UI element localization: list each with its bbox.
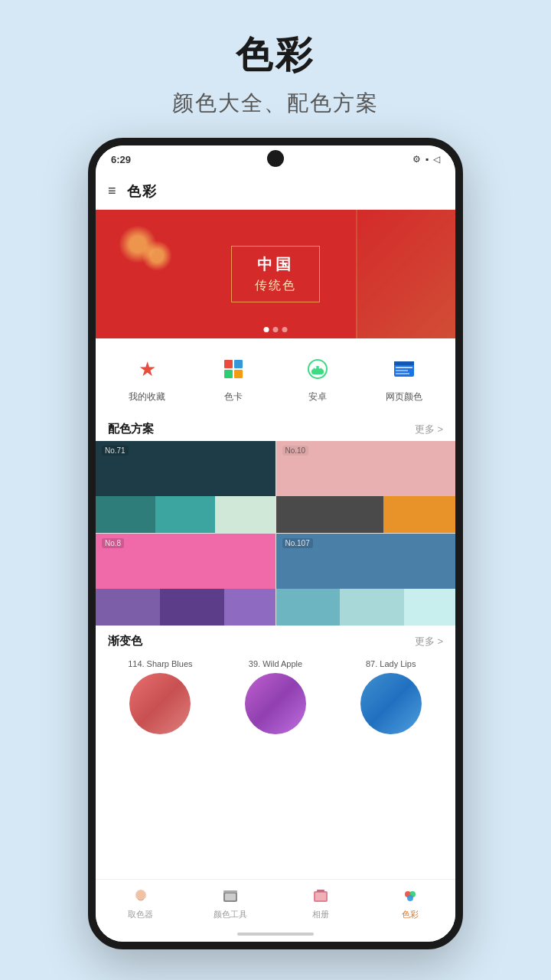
banner-dot-1 (264, 327, 269, 332)
scheme-card-107[interactable]: No.107 (276, 534, 456, 626)
web-colors-label: 网页颜色 (386, 390, 422, 403)
scheme-71-b1 (96, 496, 155, 533)
svg-rect-1 (234, 360, 243, 368)
scheme-107-color-bottom (276, 589, 456, 626)
color-schemes-more[interactable]: 更多 > (415, 423, 443, 436)
gradient-item-87[interactable]: 87. Lady Lips (337, 659, 445, 734)
android-icon (301, 352, 334, 386)
color-tools-icon (220, 887, 240, 906)
gradient-half-87 (360, 673, 422, 734)
svg-rect-3 (234, 370, 243, 378)
nav-color-tools[interactable]: 颜色工具 (186, 887, 276, 920)
svg-point-14 (137, 891, 145, 899)
svg-rect-11 (396, 370, 408, 371)
notification-icon: ▪ (425, 154, 429, 165)
scheme-card-8[interactable]: No.8 (96, 534, 276, 626)
gradient-half-39 (245, 673, 306, 734)
favorites-label: 我的收藏 (129, 390, 165, 403)
bottom-nav: 取色器 颜色工具 (96, 879, 455, 926)
color-card-label: 色卡 (224, 390, 243, 403)
great-wall-decoration (356, 210, 455, 338)
svg-rect-19 (315, 893, 326, 900)
scheme-71-b2 (155, 496, 215, 533)
app-bar-title: 色彩 (127, 182, 158, 201)
scheme-71-b3 (215, 496, 275, 533)
scheme-71-color-bottom (96, 496, 276, 533)
menu-icon[interactable]: ≡ (108, 183, 116, 199)
gradient-label-114: 114. Sharp Blues (128, 659, 192, 668)
gradient-circle-87 (360, 673, 422, 734)
color-schemes-section: 配色方案 更多 > No.71 (96, 414, 455, 626)
color-tools-label: 颜色工具 (214, 909, 247, 920)
android-label: 安卓 (308, 390, 327, 403)
svg-rect-10 (396, 367, 412, 368)
color-schemes-grid: No.71 No.10 (96, 441, 455, 626)
scheme-8-b3 (224, 589, 276, 626)
scheme-card-10[interactable]: No.10 (276, 441, 456, 533)
eyedropper-icon (131, 887, 151, 906)
scheme-label-10: No.10 (282, 446, 309, 456)
gradient-item-39[interactable]: 39. Wild Apple (222, 659, 330, 734)
gradient-more[interactable]: 更多 > (415, 635, 443, 648)
nav-color[interactable]: 色彩 (366, 887, 456, 920)
color-schemes-header: 配色方案 更多 > (96, 414, 455, 441)
svg-point-23 (407, 895, 413, 901)
svg-rect-20 (317, 890, 324, 892)
banner-dot-3 (282, 327, 288, 332)
categories: ★ 我的收藏 色卡 (96, 341, 455, 414)
color-nav-label: 色彩 (402, 909, 419, 920)
scheme-8-b2 (160, 589, 224, 626)
status-icons: ⚙ ▪ ◁ (412, 154, 440, 165)
home-bar (237, 933, 314, 936)
gradient-circle-39 (245, 673, 306, 734)
gradient-circle-114 (129, 673, 191, 734)
page-header: 色彩 颜色大全、配色方案 (172, 0, 379, 118)
web-colors-icon (387, 352, 421, 386)
scheme-10-b1 (276, 496, 384, 533)
scheme-card-71[interactable]: No.71 (96, 441, 276, 533)
scheme-label-107: No.107 (282, 538, 313, 548)
svg-point-5 (315, 367, 317, 369)
scheme-8-color-bottom (96, 589, 276, 626)
svg-rect-17 (223, 890, 237, 893)
category-android[interactable]: 安卓 (301, 352, 334, 403)
settings-icon: ⚙ (412, 154, 421, 165)
banner[interactable]: 中国 传统色 (96, 210, 455, 338)
phone-frame: 6:29 ⚙ ▪ ◁ ≡ 色彩 (88, 138, 463, 949)
color-schemes-title: 配色方案 (108, 422, 154, 436)
banner-line2: 传统色 (255, 278, 296, 294)
gradient-header: 渐变色 更多 > (96, 626, 455, 653)
eyedropper-label: 取色器 (128, 909, 153, 920)
status-time: 6:29 (111, 154, 131, 165)
scheme-107-b3 (404, 589, 455, 626)
signal-icon: ◁ (433, 154, 440, 165)
firework-decoration-2 (142, 240, 172, 271)
color-card-icon (217, 352, 250, 386)
camera-notch (267, 150, 284, 167)
album-icon (311, 887, 331, 906)
banner-text-box: 中国 传统色 (231, 246, 320, 302)
svg-point-6 (319, 367, 321, 369)
page-subtitle: 颜色大全、配色方案 (172, 89, 379, 118)
category-web-colors[interactable]: 网页颜色 (386, 352, 422, 403)
nav-album[interactable]: 相册 (276, 887, 366, 920)
home-indicator (96, 926, 455, 942)
banner-dot-2 (273, 327, 279, 332)
banner-dots (264, 327, 288, 332)
scheme-8-b1 (96, 589, 160, 626)
svg-rect-9 (394, 361, 414, 365)
gradient-item-114[interactable]: 114. Sharp Blues (106, 659, 214, 734)
album-label: 相册 (312, 909, 329, 920)
nav-eyedropper[interactable]: 取色器 (96, 887, 186, 920)
gradient-items: 114. Sharp Blues 39. Wild Apple (96, 653, 455, 740)
svg-rect-2 (224, 370, 233, 378)
category-color-card[interactable]: 色卡 (217, 352, 250, 403)
category-favorites[interactable]: ★ 我的收藏 (129, 352, 165, 403)
gradient-label-87: 87. Lady Lips (366, 659, 416, 668)
gradient-label-39: 39. Wild Apple (249, 659, 302, 668)
app-bar: ≡ 色彩 (96, 173, 455, 210)
page-title: 色彩 (172, 31, 379, 80)
svg-rect-12 (396, 373, 409, 374)
gradient-half-114 (129, 673, 191, 734)
scheme-10-color-bottom (276, 496, 456, 533)
